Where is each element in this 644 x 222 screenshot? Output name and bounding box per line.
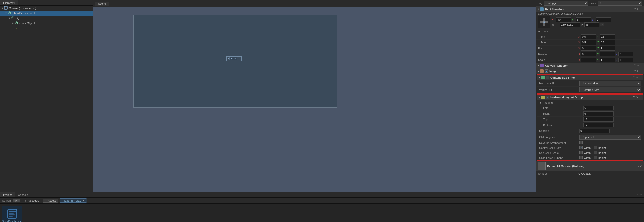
height-input[interactable] bbox=[584, 22, 599, 27]
control-child-size-height-checkbox[interactable] bbox=[594, 146, 597, 149]
horizontal-fit-dropdown[interactable]: Unconstrained bbox=[579, 81, 641, 86]
layer-dropdown[interactable]: UI bbox=[598, 1, 642, 6]
hierarchy-label-bg: Bg bbox=[16, 17, 19, 20]
pivot-value: X Y bbox=[578, 46, 642, 51]
padding-left-input[interactable] bbox=[583, 106, 614, 110]
anchor-widget[interactable] bbox=[538, 16, 550, 28]
shader-value: UI/Default bbox=[578, 172, 591, 175]
svg-rect-24 bbox=[9, 216, 13, 217]
anchor-min-y-input[interactable] bbox=[600, 34, 615, 39]
spacing-label: Spacing bbox=[539, 129, 579, 132]
child-force-expand-height-checkbox[interactable] bbox=[594, 156, 597, 159]
default-ui-material-header[interactable]: Default UI Material (Material) ? ⚙ bbox=[536, 161, 644, 171]
in-packages-chip[interactable]: In Packages bbox=[22, 199, 41, 202]
content-size-checkbox[interactable] bbox=[546, 76, 549, 79]
width-height-row: W H ⤢ bbox=[552, 22, 642, 27]
hierarchy-item-bg[interactable]: ▼ Bg bbox=[0, 16, 93, 21]
project-asset-area: ShowDetailsPanel bbox=[0, 204, 24, 222]
platform-prefab-chip[interactable]: 'PlatformPrefab' ✕ bbox=[60, 198, 87, 203]
pos-z-input[interactable] bbox=[596, 17, 611, 22]
anchor-max-y-input[interactable] bbox=[600, 40, 615, 45]
console-tab[interactable]: Console bbox=[15, 192, 31, 197]
content-size-fitter-header[interactable]: ▼ Content Size Fitter ? ⚙ ⋮ bbox=[537, 75, 643, 80]
hierarchy-item-canvas-env[interactable]: ▼ Canvas (Environment) bbox=[0, 6, 93, 11]
scale-z-input[interactable] bbox=[618, 58, 633, 62]
layer-label: Layer bbox=[590, 2, 596, 5]
spacing-input[interactable] bbox=[579, 129, 610, 133]
image-title: Image bbox=[549, 70, 634, 73]
svg-text:T: T bbox=[16, 27, 17, 29]
horizontal-fit-row: Horizontal Fit Unconstrained bbox=[537, 80, 643, 87]
svg-point-2 bbox=[9, 12, 10, 13]
horizontal-layout-header[interactable]: ▼ Horizontal Layout Group ? ⚙ ⋮ bbox=[537, 95, 643, 100]
padding-top-row: Top bbox=[537, 117, 643, 122]
vertical-fit-dropdown[interactable]: Preferred Size bbox=[579, 87, 641, 92]
padding-right-input[interactable] bbox=[583, 111, 614, 116]
anchor-max-x-input[interactable] bbox=[581, 40, 596, 45]
tag-layer-row: Tag Untagged Layer UI bbox=[536, 0, 644, 6]
rotation-x-input[interactable] bbox=[581, 52, 596, 56]
hierarchy-item-gameobject[interactable]: ► GameObject bbox=[0, 21, 93, 26]
layout-checkbox[interactable] bbox=[546, 96, 549, 99]
text-icon: T bbox=[15, 26, 19, 30]
arrow-canvas-env: ▼ bbox=[1, 7, 4, 9]
project-tab[interactable]: Project bbox=[0, 192, 15, 197]
use-child-scale-width-label: Width bbox=[584, 151, 591, 154]
hierarchy-item-show-details-panel[interactable]: ▼ ShowDetailsPanel bbox=[0, 11, 93, 16]
scale-x-input[interactable] bbox=[581, 58, 596, 62]
reverse-arrangement-label: Reverse Arrangement bbox=[539, 141, 579, 144]
padding-label-row: ▼ Padding bbox=[537, 100, 643, 105]
padding-bottom-input[interactable] bbox=[583, 123, 614, 127]
hierarchy-item-text[interactable]: ► T Text bbox=[0, 26, 93, 31]
arrow-show-details: ▼ bbox=[5, 12, 8, 14]
anchor-min-x-input[interactable] bbox=[581, 34, 596, 39]
rotation-y-input[interactable] bbox=[600, 52, 615, 56]
project-panel: Project Console + ≡ Search: All In Packa… bbox=[0, 192, 644, 222]
child-alignment-dropdown[interactable]: Upper Left bbox=[579, 135, 641, 140]
default-ui-material-title: Default UI Material (Material) bbox=[547, 165, 638, 168]
anchor-max-row: Max X Y bbox=[536, 40, 644, 46]
scene-tab[interactable]: Scene bbox=[95, 2, 109, 6]
image-checkbox[interactable] bbox=[545, 69, 548, 73]
hierarchy-label-canvas-env: Canvas (Environment) bbox=[9, 7, 36, 10]
expand-btn[interactable]: ⤢ bbox=[600, 23, 604, 26]
inspector-scroll[interactable]: ▼ Rect Transform ? ⚙ ⋮ Some values drive… bbox=[536, 6, 644, 192]
rect-transform-header[interactable]: ▼ Rect Transform ? ⚙ ⋮ bbox=[536, 6, 644, 12]
all-chip[interactable]: All bbox=[13, 199, 20, 202]
width-input[interactable] bbox=[560, 22, 580, 27]
use-child-scale-width-checkbox[interactable] bbox=[579, 151, 583, 154]
tag-dropdown[interactable]: Untagged bbox=[544, 1, 588, 6]
scale-label: Scale bbox=[538, 58, 578, 61]
pivot-y-input[interactable] bbox=[600, 46, 615, 51]
canvas-renderer-icon bbox=[540, 64, 544, 67]
canvas-renderer-header[interactable]: ► Canvas Renderer ? ⚙ ⋮ bbox=[536, 63, 644, 68]
scene-view: Scene widget bbox=[93, 0, 536, 192]
gameobject-icon bbox=[15, 21, 19, 25]
asset-thumb-show-details[interactable]: ShowDetailsPanel bbox=[2, 206, 22, 222]
arrow-gameobject: ► bbox=[12, 22, 15, 24]
shader-row: Shader UI/Default bbox=[536, 171, 644, 176]
app-container: Hierarchy ▼ Canvas (Environment) ▼ bbox=[0, 0, 644, 222]
use-child-scale-height-checkbox[interactable] bbox=[594, 151, 597, 154]
pos-y-input[interactable] bbox=[576, 17, 591, 22]
padding-right-row: Right bbox=[537, 111, 643, 117]
pos-z-field: Z bbox=[592, 17, 611, 22]
image-section: ► Image ? ⚙ ⋮ bbox=[536, 68, 644, 74]
reverse-arrangement-checkbox[interactable] bbox=[579, 141, 583, 144]
scale-y-input[interactable] bbox=[600, 58, 615, 62]
in-assets-chip[interactable]: In Assets bbox=[43, 199, 58, 203]
child-force-expand-width-checkbox[interactable] bbox=[579, 156, 583, 159]
rect-transform-icons: ? ⚙ ⋮ bbox=[634, 8, 642, 10]
use-child-scale-label: Use Child Scale bbox=[539, 151, 579, 154]
tab-hierarchy[interactable]: Hierarchy bbox=[0, 0, 18, 5]
image-header[interactable]: ► Image ? ⚙ ⋮ bbox=[536, 68, 644, 74]
hierarchy-label-gameobject: GameObject bbox=[19, 22, 35, 25]
padding-top-input[interactable] bbox=[583, 117, 614, 122]
height-field: H ⤢ bbox=[581, 22, 604, 27]
rect-transform-title: Rect Transform bbox=[545, 8, 634, 11]
rotation-z-input[interactable] bbox=[618, 52, 633, 56]
asset-thumb-label: ShowDetailsPanel bbox=[2, 220, 22, 222]
pivot-x-input[interactable] bbox=[581, 46, 596, 51]
control-child-size-width-checkbox[interactable] bbox=[579, 146, 583, 149]
pos-x-input[interactable] bbox=[556, 17, 571, 22]
